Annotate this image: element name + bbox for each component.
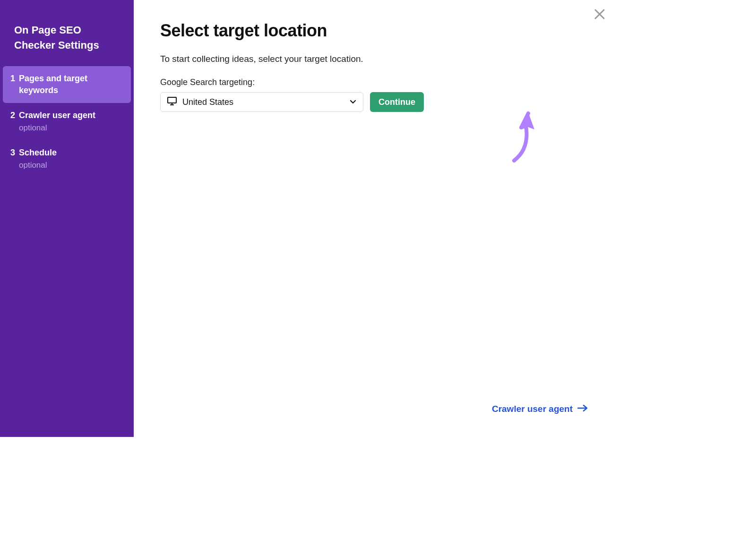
next-step-label: Crawler user agent	[492, 404, 573, 414]
step-label: Crawler user agent	[19, 110, 123, 121]
step-number: 3	[10, 147, 19, 159]
sidebar-title: On Page SEO Checker Settings	[0, 23, 134, 66]
step-optional: optional	[19, 122, 123, 134]
svg-rect-0	[168, 97, 176, 103]
page-description: To start collecting ideas, select your t…	[160, 54, 588, 64]
field-label-targeting: Google Search targeting:	[160, 77, 588, 87]
step-list: 1 Pages and target keywords 2 Crawler us…	[0, 66, 134, 178]
location-dropdown[interactable]: United States	[160, 92, 363, 112]
settings-sidebar: On Page SEO Checker Settings 1 Pages and…	[0, 0, 134, 437]
main-panel: Select target location To start collecti…	[134, 0, 614, 437]
step-item-schedule[interactable]: 3 Schedule optional	[0, 140, 134, 178]
step-label: Pages and target keywords	[19, 73, 123, 96]
page-title: Select target location	[160, 21, 588, 41]
desktop-icon	[167, 97, 177, 107]
close-button[interactable]	[592, 7, 608, 23]
close-icon	[593, 8, 606, 22]
step-number: 2	[10, 110, 19, 121]
step-number: 1	[10, 73, 19, 85]
step-item-crawler-agent[interactable]: 2 Crawler user agent optional	[0, 103, 134, 140]
dropdown-selected-value: United States	[182, 97, 350, 107]
continue-button[interactable]: Continue	[370, 92, 424, 112]
step-item-pages-keywords[interactable]: 1 Pages and target keywords	[3, 66, 131, 103]
next-step-link[interactable]: Crawler user agent	[492, 404, 588, 414]
arrow-right-icon	[577, 404, 588, 414]
step-label: Schedule	[19, 147, 123, 159]
chevron-down-icon	[350, 98, 356, 106]
annotation-arrow-icon	[507, 109, 545, 167]
step-optional: optional	[19, 160, 123, 171]
